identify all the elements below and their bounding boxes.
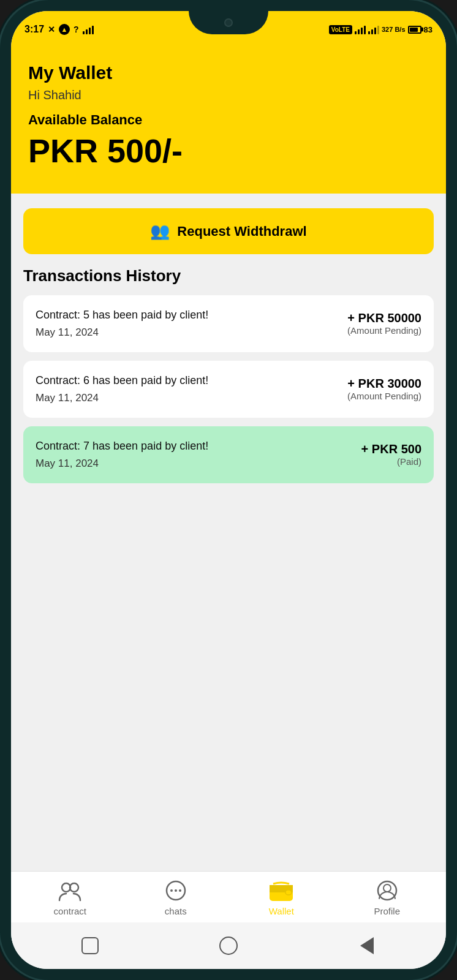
phone-shell: 3:17 ✕ ▲ ? VoLTE 327 B/s — [0, 0, 457, 980]
signal-icon: ? — [74, 24, 79, 34]
svg-point-10 — [383, 884, 391, 892]
nav-item-chats[interactable]: chats — [151, 880, 200, 916]
signal-bars-1 — [83, 24, 94, 34]
transaction-status-2: (Amount Pending) — [347, 391, 421, 401]
back-icon — [360, 937, 374, 954]
withdraw-icon: 👥 — [150, 222, 170, 241]
transaction-status-1: (Amount Pending) — [347, 325, 421, 336]
balance-label: Available Balance — [28, 112, 429, 128]
transaction-right-2: + PKR 30000 (Amount Pending) — [347, 377, 421, 402]
profile-icon — [376, 880, 399, 902]
transaction-date-1: May 11, 2024 — [36, 326, 208, 339]
transaction-desc-1: Contract: 5 has been paid by client! — [36, 309, 208, 322]
nav-label-contract: contract — [54, 906, 86, 916]
transaction-amount-1: + PKR 50000 — [347, 311, 421, 325]
transaction-card-3: Contract: 7 has been paid by client! May… — [23, 426, 434, 483]
withdraw-button[interactable]: 👥 Request Widthdrawl — [23, 208, 434, 254]
wallet-icon — [268, 880, 294, 902]
nav-label-wallet: Wallet — [269, 906, 294, 916]
status-right: VoLTE 327 B/s 83 — [329, 24, 432, 34]
transaction-status-3: (Paid) — [397, 456, 421, 467]
transaction-amount-2: + PKR 30000 — [347, 377, 421, 391]
svg-point-3 — [170, 889, 173, 892]
location-icon: ▲ — [59, 24, 70, 35]
volte-badge: VoLTE — [329, 25, 352, 34]
transaction-amount-3: + PKR 500 — [361, 442, 421, 456]
transaction-card-1: Contract: 5 has been paid by client! May… — [23, 295, 434, 352]
transaction-right-3: + PKR 500 (Paid) — [361, 442, 421, 467]
svg-rect-8 — [285, 890, 292, 895]
home-button[interactable] — [215, 932, 242, 959]
square-icon — [81, 937, 99, 954]
transaction-date-2: May 11, 2024 — [36, 392, 208, 404]
nav-item-profile[interactable]: Profile — [363, 880, 412, 916]
nav-label-profile: Profile — [374, 906, 400, 916]
balance-amount: PKR 500/- — [28, 133, 429, 169]
transaction-left-1: Contract: 5 has been paid by client! May… — [36, 309, 208, 339]
transaction-right-1: + PKR 50000 (Amount Pending) — [347, 311, 421, 336]
nav-item-contract[interactable]: contract — [45, 880, 94, 916]
status-bar: 3:17 ✕ ▲ ? VoLTE 327 B/s — [11, 11, 446, 48]
transaction-date-3: May 11, 2024 — [36, 458, 208, 470]
withdraw-label: Request Widthdrawl — [177, 224, 306, 239]
signal-bars-2 — [355, 24, 366, 34]
nav-label-chats: chats — [165, 906, 187, 916]
time: 3:17 — [25, 24, 44, 35]
battery-fill — [410, 28, 418, 32]
system-nav — [11, 922, 446, 969]
battery-icon — [408, 26, 421, 34]
transactions-title: Transactions History — [23, 266, 434, 285]
status-left: 3:17 ✕ ▲ ? — [25, 24, 94, 35]
transactions-section: Transactions History Contract: 5 has bee… — [23, 266, 434, 856]
speed-label: 327 B/s — [382, 26, 406, 33]
bottom-nav: contract chats — [11, 871, 446, 922]
transaction-desc-2: Contract: 6 has been paid by client! — [36, 374, 208, 387]
battery-percent: 83 — [424, 25, 432, 34]
wallet-header: My Wallet Hi Shahid Available Balance PK… — [11, 48, 446, 194]
transaction-desc-3: Contract: 7 has been paid by client! — [36, 440, 208, 453]
main-content: 👥 Request Widthdrawl Transactions Histor… — [11, 194, 446, 871]
square-button[interactable] — [77, 932, 104, 959]
nav-item-wallet[interactable]: Wallet — [257, 880, 306, 916]
wallet-title: My Wallet — [28, 62, 429, 83]
circle-icon — [219, 937, 238, 955]
x-icon: ✕ — [48, 24, 55, 34]
back-button[interactable] — [353, 932, 380, 959]
transaction-left-2: Contract: 6 has been paid by client! May… — [36, 374, 208, 404]
notch — [189, 11, 268, 34]
chats-icon — [164, 880, 187, 902]
contract-icon — [58, 880, 82, 902]
transaction-card-2: Contract: 6 has been paid by client! May… — [23, 361, 434, 418]
wallet-greeting: Hi Shahid — [28, 88, 429, 102]
camera — [224, 18, 233, 27]
signal-bars-3 — [368, 24, 379, 34]
svg-point-5 — [179, 889, 181, 892]
phone-screen: 3:17 ✕ ▲ ? VoLTE 327 B/s — [11, 11, 446, 969]
svg-point-4 — [175, 889, 177, 892]
transaction-left-3: Contract: 7 has been paid by client! May… — [36, 440, 208, 470]
